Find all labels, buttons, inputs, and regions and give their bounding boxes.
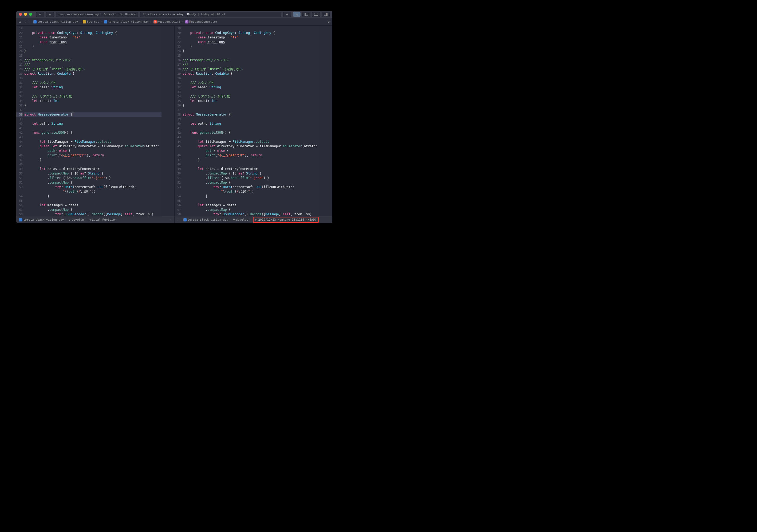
more-icon[interactable] [327, 20, 330, 24]
breadcrumb-label: Sources [87, 20, 99, 23]
nav-back[interactable]: 〈 [23, 20, 26, 24]
breadcrumb-label: toreta-slack-vision-day [108, 20, 149, 23]
breadcrumb-item[interactable]: ◉Message.swift [154, 20, 180, 23]
status-time: Today at 10:21 [201, 13, 226, 16]
vb-project-right[interactable]: toreta-slack-vision-day [188, 218, 228, 222]
breadcrumb-item[interactable]: SMessageGenerator [185, 20, 218, 23]
branch-icon [69, 218, 71, 222]
vb-branch-left[interactable]: develop [72, 218, 84, 222]
xcode-window: toreta-slack-vision-day 〉 Generic iOS De… [16, 11, 332, 223]
folder-y-icon [83, 20, 86, 23]
maximize-window[interactable] [29, 13, 32, 16]
version-bar-right: 〉 toreta-slack-vision-day 〉 develop 〉 20… [174, 216, 333, 223]
gutter-left: 1920212223242526272829303132333435363738… [16, 26, 24, 216]
plus-icon [286, 12, 288, 16]
status-sep: | [198, 13, 200, 16]
toggle-bottom-panel[interactable] [312, 12, 320, 17]
collapse-left[interactable]: 〈 [169, 218, 172, 222]
arrows-icon [296, 12, 298, 16]
activity-status: toreta-slack-vision-day: Ready | Today a… [140, 12, 281, 17]
toggle-right-panel[interactable] [322, 12, 330, 17]
editor-pane-left[interactable]: 1920212223242526272829303132333435363738… [16, 26, 174, 216]
branch-icon [233, 218, 235, 222]
folder-icon [33, 20, 37, 23]
editor-pane-right[interactable]: 1920212223242526272829303132333435363738… [174, 26, 333, 216]
breadcrumb-item[interactable]: toreta-slack-vision-day [33, 20, 78, 23]
version-bar: toreta-slack-vision-day 〉 develop 〉 Loca… [16, 216, 332, 223]
add-button[interactable] [283, 12, 291, 17]
status-project: toreta-slack-vision-day: [143, 13, 186, 16]
stop-button[interactable] [46, 12, 54, 17]
breadcrumb-label: MessageGenerator [189, 20, 218, 23]
version-bar-left: toreta-slack-vision-day 〉 develop 〉 Loca… [16, 216, 174, 223]
jump-bar: 〈 〉 toreta-slack-vision-day〉Sources〉tore… [16, 18, 332, 26]
panel-left-icon [305, 13, 308, 16]
scheme-sep: 〉 [100, 12, 103, 16]
folder-icon [104, 20, 107, 23]
struct-icon: S [185, 20, 189, 23]
vb-revision-right: 2019/12/23 kentaro 13a1136 (HEAD) [258, 218, 317, 222]
clock-icon [89, 218, 91, 222]
revision-highlight[interactable]: 2019/12/23 kentaro 13a1136 (HEAD) [253, 217, 319, 223]
folder-icon [183, 218, 187, 222]
breadcrumb-label: Message.swift [158, 20, 180, 23]
code-review-button[interactable] [293, 12, 301, 17]
scheme-target: toreta-slack-vision-day [58, 13, 99, 16]
breadcrumb: toreta-slack-vision-day〉Sources〉toreta-s… [33, 20, 218, 24]
scheme-selector[interactable]: toreta-slack-vision-day 〉 Generic iOS De… [56, 12, 138, 17]
code-left[interactable]: private enum CodingKeys: String, CodingK… [24, 26, 162, 216]
scheme-device: Generic iOS Device [104, 13, 136, 16]
panel-right-icon [324, 13, 327, 16]
breadcrumb-label: toreta-slack-vision-day [37, 20, 78, 23]
vb-revision-left[interactable]: Local Revision [92, 218, 117, 222]
minimize-window[interactable] [24, 13, 27, 16]
status-state: Ready [187, 13, 196, 16]
folder-icon [19, 218, 22, 222]
gutter-right: 1920212223242526272829303132333435363738… [174, 26, 183, 216]
titlebar-right [283, 12, 330, 17]
close-window[interactable] [19, 13, 22, 16]
vb-branch-right[interactable]: develop [236, 218, 248, 222]
editor-area: 1920212223242526272829303132333435363738… [16, 26, 332, 216]
nav-forward[interactable]: 〉 [28, 20, 31, 24]
minimap-left[interactable] [162, 26, 174, 216]
breadcrumb-item[interactable]: Sources [83, 20, 99, 23]
vb-project-left[interactable]: toreta-slack-vision-day [23, 218, 64, 222]
titlebar: toreta-slack-vision-day 〉 Generic iOS De… [16, 11, 332, 18]
panel-bottom-icon [314, 13, 318, 16]
traffic-lights [19, 13, 32, 16]
code-right[interactable]: private enum CodingKeys: String, CodingK… [183, 26, 320, 216]
minimap-right[interactable] [319, 26, 332, 216]
clock-icon [255, 218, 257, 222]
collapse-right[interactable]: 〉 [177, 218, 180, 222]
toggle-left-panel[interactable] [302, 12, 311, 17]
swift-icon: ◉ [154, 20, 157, 23]
breadcrumb-item[interactable]: toreta-slack-vision-day [104, 20, 149, 23]
related-items-icon[interactable] [19, 20, 21, 24]
run-button[interactable] [36, 12, 44, 17]
